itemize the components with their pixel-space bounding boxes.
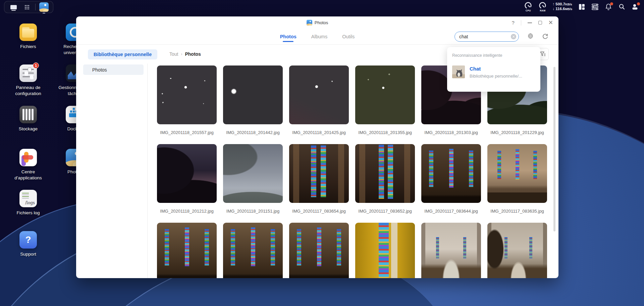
tasks-queue-button[interactable] (591, 3, 599, 11)
ram-monitor[interactable]: RAM (538, 2, 547, 12)
desktop-icon-fichiers-log[interactable]: Fichiers log (8, 190, 48, 216)
photo-thumbnail[interactable] (487, 223, 547, 278)
app-center-icon (19, 149, 37, 166)
photo-cell: IMG_20201117_083654.jpg (289, 144, 349, 223)
photo-thumbnail[interactable] (421, 144, 481, 203)
network-speed[interactable]: ↑ 500.7KB/s ↓ 116.6MB/s (552, 2, 572, 11)
desktop-icon-stockage[interactable]: Stockage (8, 106, 48, 132)
photo-thumbnail[interactable] (289, 223, 349, 278)
breadcrumb: Tout › Photos (169, 45, 201, 63)
desktop-icon-label: Centre d'applications (8, 169, 48, 181)
suggestion-section-header: Reconnaissance intelligente (452, 53, 502, 58)
photo-cell (487, 223, 547, 278)
photo-thumbnail[interactable] (223, 65, 283, 124)
main-menu-button[interactable] (22, 2, 32, 12)
window-controls: ? ✕ (512, 16, 553, 29)
desktop-icon-centre-applications[interactable]: Centre d'applications (8, 149, 48, 181)
close-button[interactable]: ✕ (548, 20, 553, 26)
clear-search-icon[interactable]: ✕ (511, 34, 516, 39)
breadcrumb-chevron-icon: › (181, 52, 182, 56)
photo-thumbnail[interactable] (289, 144, 349, 203)
photo-cell (223, 223, 283, 278)
taskbar-photos-app[interactable] (39, 2, 49, 12)
upload-value: 500.7 (555, 2, 565, 6)
help-button[interactable]: ? (512, 20, 514, 26)
photo-thumbnail[interactable] (487, 144, 547, 203)
search-zone: ✕ (454, 29, 548, 44)
tab-albums[interactable]: Albums (311, 29, 328, 44)
photo-filename: IMG_20201117_083652.jpg (355, 209, 415, 214)
widgets-button[interactable] (578, 3, 586, 11)
notification-badge-dot (610, 2, 613, 5)
user-menu-button[interactable] (631, 3, 639, 11)
library-selector-button[interactable]: Bibliothèque personnelle (88, 49, 157, 59)
sidebar-divider (147, 63, 148, 278)
notification-count-badge: 1 (33, 62, 39, 69)
photo-cell (355, 223, 415, 278)
desktop-icon-panneau-de-configuration[interactable]: 1 Panneau de configuration (8, 64, 48, 97)
desktop-icon-label: Support (8, 251, 48, 257)
search-input[interactable] (454, 32, 519, 42)
filter-funnel-icon (539, 51, 546, 57)
photo-cell (157, 223, 217, 278)
photo-grid: IMG_20201118_201557.jpg IMG_20201118_201… (157, 65, 547, 278)
suggestion-subtitle: Bibliothèque personnelle/... (470, 74, 522, 79)
tab-outils[interactable]: Outils (341, 29, 355, 44)
photo-cell: IMG_20201118_201212.jpg (157, 144, 217, 223)
photo-thumbnail[interactable] (157, 144, 217, 203)
photo-filename: IMG_20201118_201557.jpg (157, 130, 217, 135)
photo-filename: IMG_20201117_083644.jpg (421, 209, 481, 214)
search-wrap: ✕ (454, 32, 519, 42)
folder-icon (19, 24, 37, 41)
notifications-button[interactable] (604, 3, 612, 11)
maximize-button[interactable] (538, 21, 542, 25)
download-unit: MB/s (565, 7, 572, 11)
support-icon (19, 231, 37, 249)
photo-thumbnail[interactable] (223, 223, 283, 278)
photo-thumbnail[interactable] (223, 144, 283, 203)
suggestion-item-chat[interactable]: Chat Bibliothèque personnelle/... (447, 62, 540, 85)
controls-divider (521, 20, 521, 26)
desktop-icon-label: Fichiers log (8, 210, 48, 216)
download-arrow: ↓ (552, 7, 554, 11)
search-button[interactable] (618, 3, 626, 11)
tab-photos[interactable]: Photos (279, 29, 297, 44)
photo-filename: IMG_20201118_201212.jpg (157, 209, 217, 214)
window-title: Photos (315, 20, 328, 25)
show-desktop-button[interactable] (8, 2, 18, 12)
photo-thumbnail[interactable] (421, 223, 481, 278)
vertical-scrollbar[interactable] (553, 67, 555, 231)
photo-cell: IMG_20201118_201557.jpg (157, 65, 217, 144)
photo-thumbnail[interactable] (157, 65, 217, 124)
photo-filename: IMG_20201118_201355.jpg (355, 130, 415, 135)
desktop-icon-support[interactable]: Support (8, 231, 48, 257)
download-value: 116.6 (555, 7, 565, 11)
photo-thumbnail[interactable] (157, 223, 217, 278)
photo-filename: IMG_20201118_201229.jpg (487, 130, 547, 135)
photos-app-icon (39, 2, 49, 12)
photo-cell: IMG_20201117_083635.jpg (487, 144, 547, 223)
sidebar: Photos (76, 63, 148, 278)
photo-thumbnail[interactable] (289, 65, 349, 124)
refresh-icon[interactable] (542, 33, 548, 40)
minimize-button[interactable] (528, 23, 532, 23)
photo-thumbnail[interactable] (355, 223, 415, 278)
breadcrumb-root[interactable]: Tout (169, 51, 178, 57)
taskbar-separator (35, 4, 36, 10)
settings-gear-icon[interactable] (527, 33, 534, 40)
cpu-monitor[interactable]: CPU (524, 2, 533, 12)
sidebar-item-photos[interactable]: Photos (83, 64, 144, 75)
desktop-icon-label: Fichiers (8, 44, 48, 50)
photo-thumbnail[interactable] (355, 65, 415, 124)
window-titlebar[interactable]: Photos ? ✕ (76, 16, 558, 29)
taskbar-left-group (4, 1, 53, 13)
cat-thumbnail (452, 65, 465, 78)
desktop-icon-label: Stockage (8, 126, 48, 132)
photo-filename: IMG_20201118_201425.jpg (289, 130, 349, 135)
photo-filename: IMG_20201118_201151.jpg (223, 209, 283, 214)
desktop-icon-fichiers[interactable]: Fichiers (8, 24, 48, 50)
photo-cell: IMG_20201117_083644.jpg (421, 144, 481, 223)
breadcrumb-current: Photos (185, 51, 201, 57)
upload-arrow: ↑ (552, 2, 554, 6)
photo-thumbnail[interactable] (355, 144, 415, 203)
